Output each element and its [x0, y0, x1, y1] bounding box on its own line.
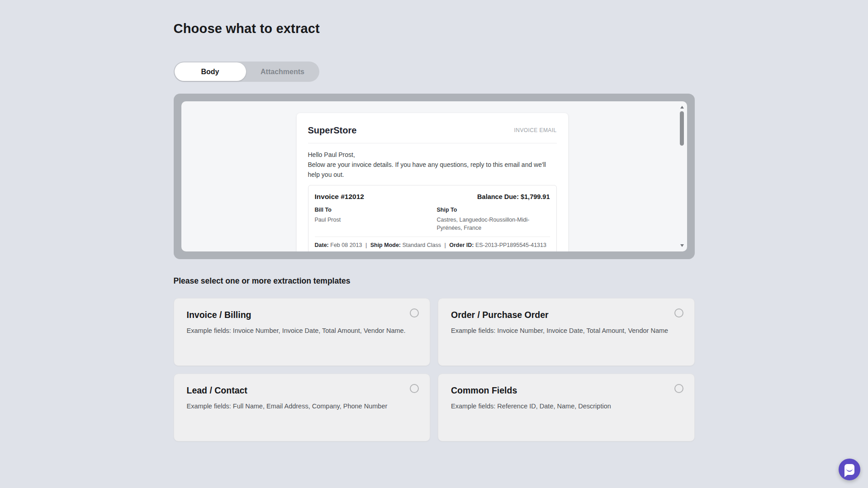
invoice-address-columns: Bill To Paul Prost Ship To Castres, Lang… [315, 207, 550, 232]
date-label: Date: [315, 242, 329, 248]
invoice-title-row: Invoice #12012 Balance Due: $1,799.91 [315, 193, 550, 201]
email-intro: Below are your invoice details. If you h… [308, 160, 552, 180]
bill-to-column: Bill To Paul Prost [315, 207, 437, 232]
ship-mode-value: Standard Class [403, 242, 441, 248]
scrollbar-up-arrow-icon[interactable] [680, 106, 684, 109]
template-radio-order-purchase-order[interactable] [674, 308, 683, 317]
invoice-meta-row: Date: Feb 08 2013 | Ship Mode: Standard … [315, 237, 550, 249]
chat-beacon-button[interactable] [839, 459, 860, 480]
bill-to-value: Paul Prost [315, 216, 437, 224]
template-description: Example fields: Invoice Number, Invoice … [187, 326, 409, 336]
email-card: SuperStore INVOICE EMAIL Hello Paul Pros… [297, 113, 568, 251]
template-radio-invoice-billing[interactable] [410, 308, 419, 317]
preview-scrollbar[interactable] [679, 103, 685, 250]
email-preview-viewport: SuperStore INVOICE EMAIL Hello Paul Pros… [181, 101, 687, 251]
order-id-value: ES-2013-PP1895545-41313 [475, 242, 546, 248]
email-header-divider [308, 143, 557, 143]
date-value: Feb 08 2013 [330, 242, 362, 248]
order-id-label: Order ID: [449, 242, 474, 248]
email-preview-panel: SuperStore INVOICE EMAIL Hello Paul Pros… [174, 94, 695, 259]
separator: | [364, 242, 369, 248]
bill-to-label: Bill To [315, 207, 437, 213]
smile-icon [846, 468, 853, 472]
template-description: Example fields: Invoice Number, Invoice … [451, 326, 674, 336]
main-content: Choose what to extract Body Attachments … [174, 0, 695, 441]
email-type-badge: INVOICE EMAIL [514, 127, 557, 133]
templates-heading: Please select one or more extraction tem… [174, 276, 695, 286]
template-radio-lead-contact[interactable] [410, 384, 419, 393]
invoice-number: Invoice #12012 [315, 193, 364, 201]
ship-mode-label: Ship Mode: [370, 242, 401, 248]
ship-to-value: Castres, Languedoc-Roussillon-Midi-Pyrén… [437, 216, 550, 232]
invoice-balance-due: Balance Due: $1,799.91 [477, 193, 550, 200]
scrollbar-thumb[interactable] [680, 111, 684, 146]
email-greeting: Hello Paul Prost, [308, 150, 557, 160]
template-title: Order / Purchase Order [451, 310, 682, 320]
page-title: Choose what to extract [174, 21, 695, 36]
template-title: Lead / Contact [187, 385, 417, 396]
template-radio-common-fields[interactable] [674, 384, 683, 393]
tab-body[interactable]: Body [175, 62, 246, 81]
template-card-common-fields[interactable]: Common Fields Example fields: Reference … [438, 374, 695, 441]
template-description: Example fields: Reference ID, Date, Name… [451, 402, 674, 412]
chat-bubble-icon [844, 464, 854, 475]
template-card-lead-contact[interactable]: Lead / Contact Example fields: Full Name… [174, 374, 431, 441]
ship-to-column: Ship To Castres, Languedoc-Roussillon-Mi… [437, 207, 550, 232]
template-title: Common Fields [451, 385, 682, 396]
template-title: Invoice / Billing [187, 310, 417, 320]
template-description: Example fields: Full Name, Email Address… [187, 402, 409, 412]
body-attachments-toggle: Body Attachments [174, 62, 319, 82]
template-card-invoice-billing[interactable]: Invoice / Billing Example fields: Invoic… [174, 298, 431, 366]
template-card-order-purchase-order[interactable]: Order / Purchase Order Example fields: I… [438, 298, 695, 366]
template-cards-grid: Invoice / Billing Example fields: Invoic… [174, 298, 695, 441]
separator: | [442, 242, 447, 248]
tab-attachments[interactable]: Attachments [246, 68, 319, 76]
scrollbar-down-arrow-icon[interactable] [680, 244, 684, 247]
invoice-summary-box: Invoice #12012 Balance Due: $1,799.91 Bi… [308, 185, 557, 251]
email-brand: SuperStore [308, 125, 357, 136]
email-header: SuperStore INVOICE EMAIL [308, 125, 557, 136]
ship-to-label: Ship To [437, 207, 550, 213]
